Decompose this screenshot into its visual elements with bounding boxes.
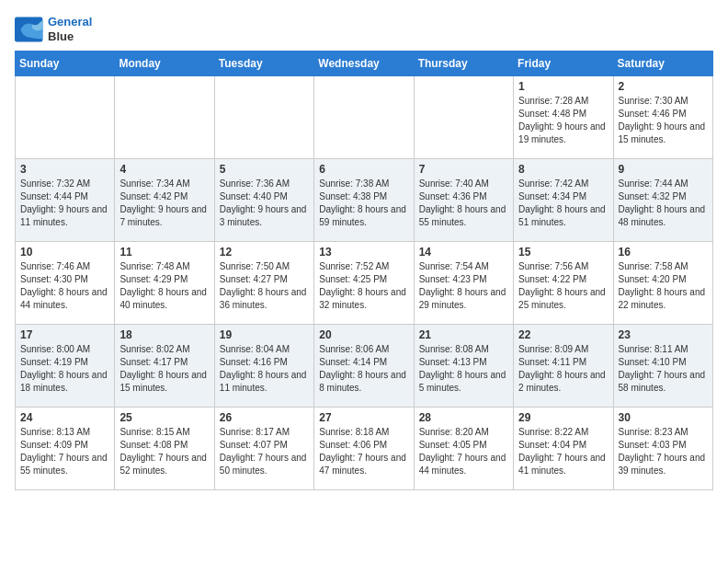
calendar-week-row: 1Sunrise: 7:28 AM Sunset: 4:48 PM Daylig… bbox=[16, 76, 713, 159]
calendar-week-row: 24Sunrise: 8:13 AM Sunset: 4:09 PM Dayli… bbox=[16, 408, 713, 490]
day-header-thursday: Thursday bbox=[414, 52, 513, 76]
day-info: Sunrise: 7:48 AM Sunset: 4:29 PM Dayligh… bbox=[119, 260, 209, 312]
calendar-week-row: 10Sunrise: 7:46 AM Sunset: 4:30 PM Dayli… bbox=[16, 242, 713, 325]
day-number: 10 bbox=[20, 246, 109, 259]
day-info: Sunrise: 7:56 AM Sunset: 4:22 PM Dayligh… bbox=[518, 260, 608, 312]
calendar-cell: 24Sunrise: 8:13 AM Sunset: 4:09 PM Dayli… bbox=[16, 408, 115, 490]
logo: General Blue bbox=[15, 15, 92, 43]
day-number: 19 bbox=[220, 328, 309, 341]
calendar-cell: 26Sunrise: 8:17 AM Sunset: 4:07 PM Dayli… bbox=[214, 408, 313, 490]
calendar-cell: 8Sunrise: 7:42 AM Sunset: 4:34 PM Daylig… bbox=[514, 159, 613, 242]
day-info: Sunrise: 7:54 AM Sunset: 4:23 PM Dayligh… bbox=[419, 260, 508, 312]
day-header-monday: Monday bbox=[115, 52, 214, 76]
day-info: Sunrise: 7:50 AM Sunset: 4:27 PM Dayligh… bbox=[220, 260, 309, 312]
day-number: 26 bbox=[220, 411, 309, 424]
day-number: 22 bbox=[518, 328, 608, 341]
day-info: Sunrise: 7:28 AM Sunset: 4:48 PM Dayligh… bbox=[518, 95, 608, 146]
day-number: 18 bbox=[119, 328, 209, 341]
day-number: 23 bbox=[619, 328, 708, 341]
calendar-cell: 22Sunrise: 8:09 AM Sunset: 4:11 PM Dayli… bbox=[514, 325, 613, 408]
calendar-cell: 7Sunrise: 7:40 AM Sunset: 4:36 PM Daylig… bbox=[414, 159, 513, 242]
day-info: Sunrise: 7:30 AM Sunset: 4:46 PM Dayligh… bbox=[619, 95, 708, 146]
day-number: 12 bbox=[220, 246, 309, 259]
day-info: Sunrise: 7:32 AM Sunset: 4:44 PM Dayligh… bbox=[20, 178, 109, 229]
calendar-cell: 14Sunrise: 7:54 AM Sunset: 4:23 PM Dayli… bbox=[414, 242, 513, 325]
day-info: Sunrise: 8:00 AM Sunset: 4:19 PM Dayligh… bbox=[20, 343, 109, 395]
calendar-cell: 19Sunrise: 8:04 AM Sunset: 4:16 PM Dayli… bbox=[214, 325, 313, 408]
calendar-cell bbox=[314, 76, 414, 159]
day-number: 20 bbox=[319, 328, 408, 341]
day-info: Sunrise: 8:13 AM Sunset: 4:09 PM Dayligh… bbox=[20, 426, 109, 477]
calendar-cell: 15Sunrise: 7:56 AM Sunset: 4:22 PM Dayli… bbox=[514, 242, 613, 325]
calendar-cell: 10Sunrise: 7:46 AM Sunset: 4:30 PM Dayli… bbox=[16, 242, 115, 325]
day-number: 4 bbox=[119, 163, 209, 176]
calendar-cell: 21Sunrise: 8:08 AM Sunset: 4:13 PM Dayli… bbox=[414, 325, 513, 408]
calendar-cell: 17Sunrise: 8:00 AM Sunset: 4:19 PM Dayli… bbox=[16, 325, 115, 408]
day-number: 25 bbox=[119, 411, 209, 424]
day-number: 27 bbox=[319, 411, 408, 424]
page-header: General Blue bbox=[15, 15, 713, 43]
logo-text: General Blue bbox=[48, 15, 92, 43]
day-info: Sunrise: 7:44 AM Sunset: 4:32 PM Dayligh… bbox=[619, 178, 708, 229]
day-number: 9 bbox=[619, 163, 708, 176]
day-header-tuesday: Tuesday bbox=[214, 52, 313, 76]
calendar: SundayMondayTuesdayWednesdayThursdayFrid… bbox=[15, 51, 713, 490]
calendar-cell: 25Sunrise: 8:15 AM Sunset: 4:08 PM Dayli… bbox=[115, 408, 214, 490]
day-info: Sunrise: 8:22 AM Sunset: 4:04 PM Dayligh… bbox=[518, 426, 608, 477]
day-info: Sunrise: 7:36 AM Sunset: 4:40 PM Dayligh… bbox=[220, 178, 309, 229]
day-info: Sunrise: 8:23 AM Sunset: 4:03 PM Dayligh… bbox=[619, 426, 708, 477]
calendar-cell: 27Sunrise: 8:18 AM Sunset: 4:06 PM Dayli… bbox=[314, 408, 414, 490]
day-header-wednesday: Wednesday bbox=[314, 52, 414, 76]
calendar-cell: 29Sunrise: 8:22 AM Sunset: 4:04 PM Dayli… bbox=[514, 408, 613, 490]
day-header-sunday: Sunday bbox=[16, 52, 115, 76]
day-info: Sunrise: 7:34 AM Sunset: 4:42 PM Dayligh… bbox=[119, 178, 209, 229]
calendar-cell: 5Sunrise: 7:36 AM Sunset: 4:40 PM Daylig… bbox=[214, 159, 313, 242]
day-number: 15 bbox=[518, 246, 608, 259]
day-info: Sunrise: 8:08 AM Sunset: 4:13 PM Dayligh… bbox=[419, 343, 508, 395]
calendar-week-row: 17Sunrise: 8:00 AM Sunset: 4:19 PM Dayli… bbox=[16, 325, 713, 408]
day-info: Sunrise: 8:15 AM Sunset: 4:08 PM Dayligh… bbox=[119, 426, 209, 477]
day-info: Sunrise: 8:02 AM Sunset: 4:17 PM Dayligh… bbox=[119, 343, 209, 395]
day-info: Sunrise: 8:11 AM Sunset: 4:10 PM Dayligh… bbox=[619, 343, 708, 395]
day-info: Sunrise: 8:17 AM Sunset: 4:07 PM Dayligh… bbox=[220, 426, 309, 477]
calendar-cell bbox=[16, 76, 115, 159]
calendar-cell: 20Sunrise: 8:06 AM Sunset: 4:14 PM Dayli… bbox=[314, 325, 414, 408]
day-number: 3 bbox=[20, 163, 109, 176]
day-number: 2 bbox=[619, 80, 708, 93]
day-header-saturday: Saturday bbox=[613, 52, 712, 76]
day-number: 28 bbox=[419, 411, 508, 424]
calendar-cell: 4Sunrise: 7:34 AM Sunset: 4:42 PM Daylig… bbox=[115, 159, 214, 242]
day-number: 6 bbox=[319, 163, 408, 176]
day-number: 16 bbox=[619, 246, 708, 259]
day-info: Sunrise: 7:38 AM Sunset: 4:38 PM Dayligh… bbox=[319, 178, 408, 229]
day-number: 14 bbox=[419, 246, 508, 259]
day-number: 13 bbox=[319, 246, 408, 259]
day-number: 21 bbox=[419, 328, 508, 341]
calendar-cell: 12Sunrise: 7:50 AM Sunset: 4:27 PM Dayli… bbox=[214, 242, 313, 325]
calendar-header-row: SundayMondayTuesdayWednesdayThursdayFrid… bbox=[16, 52, 713, 76]
day-header-friday: Friday bbox=[514, 52, 613, 76]
calendar-cell: 2Sunrise: 7:30 AM Sunset: 4:46 PM Daylig… bbox=[613, 76, 712, 159]
calendar-cell: 9Sunrise: 7:44 AM Sunset: 4:32 PM Daylig… bbox=[613, 159, 712, 242]
calendar-cell: 28Sunrise: 8:20 AM Sunset: 4:05 PM Dayli… bbox=[414, 408, 513, 490]
calendar-cell: 16Sunrise: 7:58 AM Sunset: 4:20 PM Dayli… bbox=[613, 242, 712, 325]
day-number: 29 bbox=[518, 411, 608, 424]
calendar-cell: 6Sunrise: 7:38 AM Sunset: 4:38 PM Daylig… bbox=[314, 159, 414, 242]
day-info: Sunrise: 8:20 AM Sunset: 4:05 PM Dayligh… bbox=[419, 426, 508, 477]
day-info: Sunrise: 7:58 AM Sunset: 4:20 PM Dayligh… bbox=[619, 260, 708, 312]
calendar-cell: 3Sunrise: 7:32 AM Sunset: 4:44 PM Daylig… bbox=[16, 159, 115, 242]
calendar-cell: 18Sunrise: 8:02 AM Sunset: 4:17 PM Dayli… bbox=[115, 325, 214, 408]
day-info: Sunrise: 7:46 AM Sunset: 4:30 PM Dayligh… bbox=[20, 260, 109, 312]
calendar-cell: 23Sunrise: 8:11 AM Sunset: 4:10 PM Dayli… bbox=[613, 325, 712, 408]
calendar-week-row: 3Sunrise: 7:32 AM Sunset: 4:44 PM Daylig… bbox=[16, 159, 713, 242]
calendar-cell: 30Sunrise: 8:23 AM Sunset: 4:03 PM Dayli… bbox=[613, 408, 712, 490]
day-info: Sunrise: 8:18 AM Sunset: 4:06 PM Dayligh… bbox=[319, 426, 408, 477]
day-info: Sunrise: 8:09 AM Sunset: 4:11 PM Dayligh… bbox=[518, 343, 608, 395]
calendar-cell: 1Sunrise: 7:28 AM Sunset: 4:48 PM Daylig… bbox=[514, 76, 613, 159]
day-number: 30 bbox=[619, 411, 708, 424]
day-number: 1 bbox=[518, 80, 608, 93]
calendar-cell bbox=[115, 76, 214, 159]
calendar-cell: 13Sunrise: 7:52 AM Sunset: 4:25 PM Dayli… bbox=[314, 242, 414, 325]
day-info: Sunrise: 7:52 AM Sunset: 4:25 PM Dayligh… bbox=[319, 260, 408, 312]
calendar-cell bbox=[414, 76, 513, 159]
